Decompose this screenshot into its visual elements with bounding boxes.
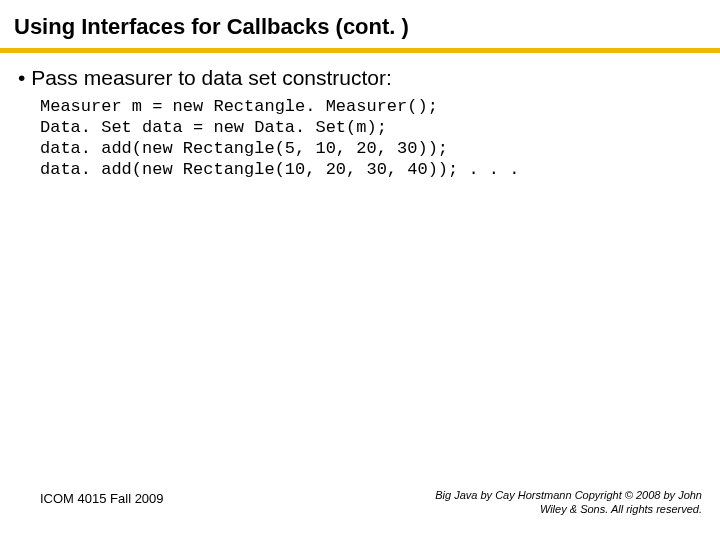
footer-right: Big Java by Cay Horstmann Copyright © 20… (412, 488, 702, 516)
bullet-text: Pass measurer to data set constructor: (18, 66, 392, 90)
slide-title: Using Interfaces for Callbacks (cont. ) (14, 14, 409, 40)
code-block: Measurer m = new Rectangle. Measurer(); … (40, 96, 519, 180)
title-underline (0, 48, 720, 53)
footer-left: ICOM 4015 Fall 2009 (40, 491, 164, 506)
slide: Using Interfaces for Callbacks (cont. ) … (0, 0, 720, 540)
